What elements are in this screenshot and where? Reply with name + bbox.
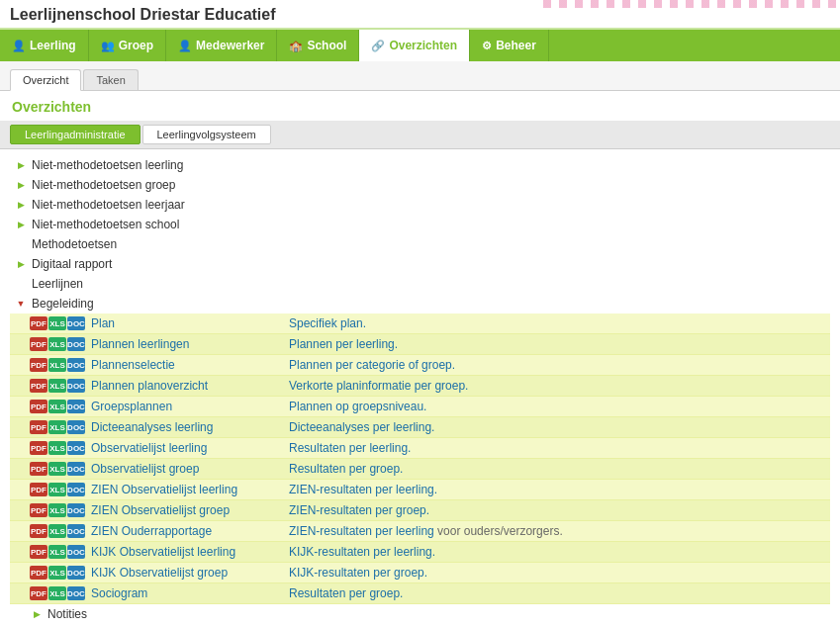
report-link[interactable]: KIJK-resultaten per leerling.: [289, 545, 435, 559]
report-name[interactable]: KIJK Observatielijst groep: [91, 566, 289, 580]
report-row[interactable]: PDFXLSDOCObservatielijst groepResultaten…: [10, 459, 830, 480]
nav-item-medewerker[interactable]: 👤 Medewerker: [166, 30, 277, 61]
nav-item-school[interactable]: 🏫 School: [277, 30, 359, 61]
report-row[interactable]: PDFXLSDOCDicteeanalyses leerlingDicteean…: [10, 417, 830, 438]
subtab-leerlingvolg[interactable]: Leerlingvolgsysteem: [142, 125, 271, 144]
doc-icon[interactable]: DOC: [67, 316, 85, 330]
xls-icon[interactable]: XLS: [48, 566, 66, 580]
pdf-icon[interactable]: PDF: [30, 379, 47, 393]
xls-icon[interactable]: XLS: [48, 586, 66, 600]
tree-item-digitaal-rapport[interactable]: Digitaal rapport: [10, 254, 830, 274]
pdf-icon[interactable]: PDF: [30, 337, 47, 351]
tree-item-niet-methode-school[interactable]: Niet-methodetoetsen school: [10, 215, 830, 234]
xls-icon[interactable]: XLS: [48, 483, 66, 496]
report-row[interactable]: PDFXLSDOCZIEN OuderrapportageZIEN-result…: [10, 521, 830, 542]
report-row[interactable]: PDFXLSDOCKIJK Observatielijst groepKIJK-…: [10, 563, 830, 583]
xls-icon[interactable]: XLS: [48, 441, 66, 455]
xls-icon[interactable]: XLS: [48, 316, 66, 330]
report-name[interactable]: Dicteeanalyses leerling: [91, 420, 289, 434]
pdf-icon[interactable]: PDF: [30, 400, 47, 413]
nav-item-overzichten[interactable]: 🔗 Overzichten: [359, 30, 470, 61]
doc-icon[interactable]: DOC: [67, 524, 85, 538]
report-link[interactable]: ZIEN-resultaten per leerling.: [289, 483, 437, 496]
doc-icon[interactable]: DOC: [67, 441, 85, 455]
nav-item-beheer[interactable]: ⚙ Beheer: [470, 30, 549, 61]
doc-icon[interactable]: DOC: [67, 379, 85, 393]
nav-item-leerling[interactable]: 👤 Leerling: [0, 30, 89, 61]
tree-item-niet-methode-leerling[interactable]: Niet-methodetoetsen leerling: [10, 155, 830, 175]
doc-icon[interactable]: DOC: [67, 462, 85, 476]
pdf-icon[interactable]: PDF: [30, 316, 47, 330]
doc-icon[interactable]: DOC: [67, 483, 85, 496]
tree-item-begeleiding[interactable]: Begeleiding: [10, 294, 830, 314]
report-link[interactable]: Dicteeanalyses per leerling.: [289, 420, 434, 434]
report-row[interactable]: PDFXLSDOCPlannen leerlingenPlannen per l…: [10, 334, 830, 355]
report-name[interactable]: ZIEN Ouderrapportage: [91, 524, 289, 538]
tree-item-leerlijnen[interactable]: Leerlijnen: [10, 274, 830, 294]
report-name[interactable]: Plannen leerlingen: [91, 337, 289, 351]
doc-icon[interactable]: DOC: [67, 545, 85, 559]
nav-item-groep[interactable]: 👥 Groep: [89, 30, 166, 61]
tree-item-notities[interactable]: Notities: [10, 604, 830, 624]
pdf-icon[interactable]: PDF: [30, 566, 47, 580]
doc-icon[interactable]: DOC: [67, 358, 85, 372]
xls-icon[interactable]: XLS: [48, 337, 66, 351]
report-name[interactable]: Plannen planoverzicht: [91, 379, 289, 393]
report-link[interactable]: Plannen per leerling.: [289, 337, 398, 351]
report-link[interactable]: ZIEN-resultaten per leerling: [289, 524, 434, 538]
xls-icon[interactable]: XLS: [48, 420, 66, 434]
tree-item-methodetoetsen[interactable]: Methodetoetsen: [10, 234, 830, 254]
xls-icon[interactable]: XLS: [48, 358, 66, 372]
report-name[interactable]: ZIEN Observatielijst leerling: [91, 483, 289, 496]
doc-icon[interactable]: DOC: [67, 420, 85, 434]
report-name[interactable]: ZIEN Observatielijst groep: [91, 503, 289, 517]
pdf-icon[interactable]: PDF: [30, 483, 47, 496]
report-link[interactable]: Resultaten per groep.: [289, 586, 403, 600]
report-link[interactable]: Plannen per categorie of groep.: [289, 358, 455, 372]
report-link[interactable]: Resultaten per leerling.: [289, 441, 411, 455]
tree-item-niet-methode-groep[interactable]: Niet-methodetoetsen groep: [10, 175, 830, 195]
doc-icon[interactable]: DOC: [67, 566, 85, 580]
report-link[interactable]: Specifiek plan.: [289, 316, 366, 330]
report-row[interactable]: PDFXLSDOCZIEN Observatielijst leerlingZI…: [10, 480, 830, 500]
report-row[interactable]: PDFXLSDOCSociogramResultaten per groep.: [10, 583, 830, 604]
xls-icon[interactable]: XLS: [48, 545, 66, 559]
report-row[interactable]: PDFXLSDOCPlannen planoverzichtVerkorte p…: [10, 376, 830, 397]
doc-icon[interactable]: DOC: [67, 503, 85, 517]
report-name[interactable]: Groepsplannen: [91, 400, 289, 413]
report-name[interactable]: Plan: [91, 316, 289, 330]
tab-taken[interactable]: Taken: [83, 69, 138, 90]
report-row[interactable]: PDFXLSDOCGroepsplannenPlannen op groepsn…: [10, 397, 830, 417]
report-row[interactable]: PDFXLSDOCZIEN Observatielijst groepZIEN-…: [10, 500, 830, 521]
report-link[interactable]: Verkorte planinformatie per groep.: [289, 379, 468, 393]
pdf-icon[interactable]: PDF: [30, 586, 47, 600]
pdf-icon[interactable]: PDF: [30, 503, 47, 517]
pdf-icon[interactable]: PDF: [30, 524, 47, 538]
doc-icon[interactable]: DOC: [67, 400, 85, 413]
report-name[interactable]: KIJK Observatielijst leerling: [91, 545, 289, 559]
xls-icon[interactable]: XLS: [48, 379, 66, 393]
report-link[interactable]: KIJK-resultaten per groep.: [289, 566, 427, 580]
report-name[interactable]: Plannenselectie: [91, 358, 289, 372]
pdf-icon[interactable]: PDF: [30, 420, 47, 434]
pdf-icon[interactable]: PDF: [30, 462, 47, 476]
xls-icon[interactable]: XLS: [48, 462, 66, 476]
xls-icon[interactable]: XLS: [48, 524, 66, 538]
report-link[interactable]: Plannen op groepsniveau.: [289, 400, 426, 413]
report-link[interactable]: ZIEN-resultaten per groep.: [289, 503, 429, 517]
xls-icon[interactable]: XLS: [48, 400, 66, 413]
report-name[interactable]: Sociogram: [91, 586, 289, 600]
xls-icon[interactable]: XLS: [48, 503, 66, 517]
tab-overzicht[interactable]: Overzicht: [10, 69, 81, 91]
report-name[interactable]: Observatielijst leerling: [91, 441, 289, 455]
report-row[interactable]: PDFXLSDOCKIJK Observatielijst leerlingKI…: [10, 542, 830, 563]
report-row[interactable]: PDFXLSDOCPlannenselectiePlannen per cate…: [10, 355, 830, 376]
report-name[interactable]: Observatielijst groep: [91, 462, 289, 476]
doc-icon[interactable]: DOC: [67, 586, 85, 600]
report-row[interactable]: PDFXLSDOCPlanSpecifiek plan.: [10, 314, 830, 334]
report-link[interactable]: Resultaten per groep.: [289, 462, 403, 476]
doc-icon[interactable]: DOC: [67, 337, 85, 351]
tree-item-niet-methode-leerjaar[interactable]: Niet-methodetoetsen leerjaar: [10, 195, 830, 215]
pdf-icon[interactable]: PDF: [30, 358, 47, 372]
report-row[interactable]: PDFXLSDOCObservatielijst leerlingResulta…: [10, 438, 830, 459]
